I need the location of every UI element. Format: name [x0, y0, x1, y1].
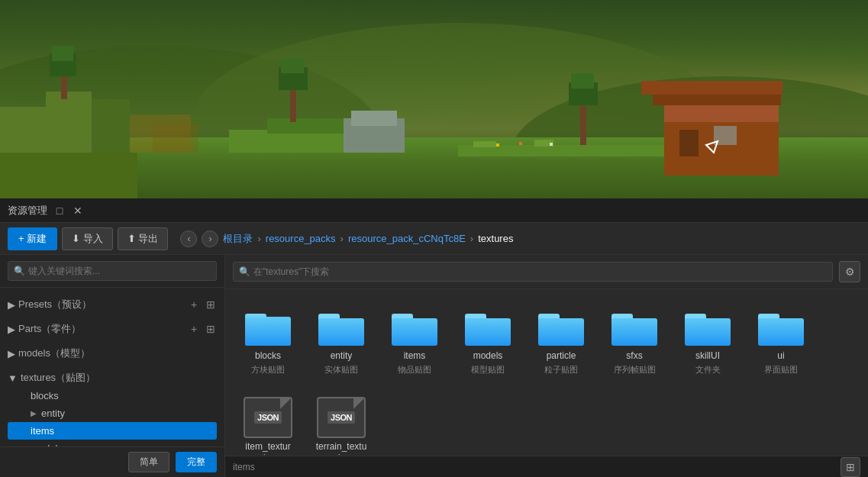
json-label-2: JSON — [328, 411, 355, 424]
folder-skillui[interactable]: skillUI 文件夹 — [677, 301, 738, 380]
svg-rect-35 — [550, 143, 553, 146]
folder-blocks[interactable]: blocks 方块贴图 — [237, 301, 298, 380]
sidebar-search-input[interactable] — [8, 261, 217, 281]
svg-rect-46 — [538, 318, 584, 346]
sidebar-item-label-textures: textures（贴图） — [21, 371, 95, 385]
chevron-down-icon-textures: ▼ — [8, 372, 18, 384]
svg-rect-10 — [52, 46, 73, 61]
breadcrumb-pack[interactable]: resource_pack_cCNqTc8E — [348, 233, 466, 244]
sidebar-section-models-header[interactable]: ▶ models（模型） — [8, 344, 217, 363]
grid-view-button[interactable]: ⊞ — [841, 457, 860, 477]
title-bar: 资源管理 □ ✕ — [0, 198, 868, 223]
grid-view-icon: ⊞ — [846, 461, 855, 473]
svg-rect-50 — [685, 318, 731, 346]
nav-back-button[interactable]: ‹ — [180, 230, 197, 247]
svg-rect-28 — [473, 141, 496, 147]
sidebar-item-blocks[interactable]: blocks — [8, 387, 217, 404]
svg-rect-38 — [245, 318, 291, 346]
svg-rect-40 — [318, 318, 364, 346]
folder-items-name: items — [404, 350, 426, 363]
add-icon[interactable]: + — [188, 298, 200, 311]
file-grid: blocks 方块贴图 en — [225, 289, 868, 456]
file-item-texture-name: item_texture.json — [242, 441, 294, 456]
sidebar-item-label-models: models（模型） — [18, 346, 90, 360]
breadcrumb-sep-1: › — [257, 233, 260, 244]
svg-rect-23 — [641, 81, 782, 95]
svg-rect-30 — [580, 99, 586, 145]
simple-view-button[interactable]: 简单 — [128, 452, 169, 472]
filter-button[interactable]: ⚙ — [839, 261, 860, 282]
import-button[interactable]: ⬇ 导入 — [62, 227, 113, 250]
sidebar-tree: ▶ Presets（预设） + ⊞ ▶ Parts（零件 — [0, 288, 224, 446]
sidebar-item-models-sub[interactable]: models — [8, 440, 217, 446]
sidebar-section-textures-header[interactable]: ▼ textures（贴图） — [8, 369, 217, 387]
export-button[interactable]: ⬆ 导出 — [118, 227, 169, 250]
folder-blocks-name: blocks — [255, 350, 281, 363]
content-search-icon: 🔍 — [239, 266, 250, 277]
chevron-right-icon-models: ▶ — [8, 348, 15, 359]
nav-forward-button[interactable]: › — [202, 230, 218, 247]
svg-rect-48 — [611, 318, 657, 346]
content-search-input[interactable] — [233, 262, 833, 282]
sidebar-section-parts-header[interactable]: ▶ Parts（零件） + ⊞ — [8, 320, 217, 338]
sidebar-section-textures: ▼ textures（贴图） blocks ▶ entity — [0, 366, 224, 446]
close-button[interactable]: ✕ — [72, 205, 84, 217]
chevron-right-icon: ▶ — [8, 299, 15, 311]
folder-models[interactable]: models 模型贴图 — [457, 301, 518, 380]
sidebar-item-label-presets: Presets（预设） — [18, 298, 92, 311]
breadcrumb-resource-packs[interactable]: resource_packs — [266, 233, 336, 244]
folder-particle[interactable]: particle 粒子贴图 — [531, 301, 592, 380]
breadcrumb-sep-2: › — [340, 233, 344, 244]
sidebar-footer: 简单 完整 — [0, 446, 224, 477]
status-text: items — [233, 462, 255, 472]
file-item-texture[interactable]: JSON item_texture.json 物品贴图配置 — [237, 392, 298, 456]
folder-entity[interactable]: entity 实体贴图 — [311, 301, 372, 380]
add-parts-icon[interactable]: + — [188, 323, 200, 335]
svg-rect-7 — [0, 153, 137, 198]
content-area: 🔍 ⚙ — [225, 255, 868, 477]
main-area: 🔍 ▶ Presets（预设） + ⊞ — [0, 255, 868, 477]
folder-sfxs[interactable]: sfxs 序列帧贴图 — [604, 301, 665, 380]
grid-icon[interactable]: ⊞ — [205, 298, 217, 311]
json-label-1: JSON — [254, 411, 282, 424]
folder-items[interactable]: items 物品贴图 — [384, 301, 445, 380]
folder-skillui-desc: 文件夹 — [695, 364, 721, 375]
new-button[interactable]: + 新建 — [8, 227, 57, 250]
status-bar: items ⊞ — [225, 456, 868, 477]
folder-ui-desc: 界面贴图 — [764, 364, 798, 375]
breadcrumb: ‹ › 根目录 › resource_packs › resource_pack… — [180, 230, 860, 247]
svg-rect-4 — [0, 107, 46, 153]
sidebar-search-area: 🔍 — [0, 255, 224, 288]
sidebar-item-entity-label: entity — [41, 408, 65, 419]
full-view-button[interactable]: 完整 — [176, 452, 217, 472]
folder-blocks-desc: 方块贴图 — [251, 364, 285, 375]
toolbar: + 新建 ⬇ 导入 ⬆ 导出 ‹ › 根目录 › resource_packs … — [0, 223, 868, 255]
sidebar-item-items[interactable]: items — [8, 422, 217, 440]
svg-rect-5 — [46, 92, 92, 153]
breadcrumb-current: textures — [478, 233, 513, 244]
svg-rect-44 — [465, 318, 511, 346]
folder-ui[interactable]: ui 界面贴图 — [750, 301, 812, 380]
folder-entity-desc: 实体贴图 — [324, 364, 358, 375]
folder-ui-name: ui — [777, 350, 784, 363]
folder-particle-desc: 粒子贴图 — [544, 364, 578, 375]
breadcrumb-root[interactable]: 根目录 — [223, 232, 253, 246]
sidebar-section-presets-header[interactable]: ▶ Presets（预设） + ⊞ — [8, 295, 217, 314]
minimize-button[interactable]: □ — [53, 205, 66, 217]
grid-parts-icon[interactable]: ⊞ — [205, 323, 217, 335]
sidebar-item-blocks-label: blocks — [31, 390, 59, 401]
sidebar-item-label-parts: Parts（零件） — [18, 322, 81, 336]
svg-rect-19 — [351, 111, 397, 126]
folder-particle-name: particle — [547, 350, 576, 363]
sidebar: 🔍 ▶ Presets（预设） + ⊞ — [0, 255, 225, 477]
folder-models-name: models — [473, 350, 503, 363]
folder-sfxs-desc: 序列帧贴图 — [614, 364, 656, 375]
svg-rect-14 — [267, 118, 344, 134]
sidebar-item-entity[interactable]: ▶ entity — [8, 404, 217, 422]
file-terrain-texture[interactable]: JSON terrain_texture.json 方块贴图配置 — [311, 392, 372, 456]
svg-rect-42 — [392, 318, 437, 346]
svg-rect-6 — [92, 99, 130, 153]
svg-rect-32 — [571, 73, 594, 89]
filter-icon: ⚙ — [845, 266, 855, 278]
search-icon: 🔍 — [14, 266, 25, 276]
